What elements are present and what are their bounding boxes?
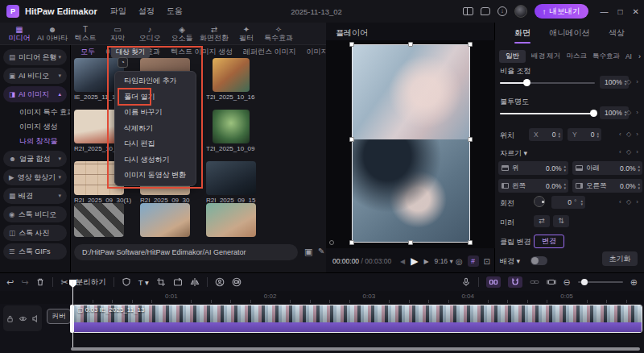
inspector-tab[interactable]: 화면 — [514, 27, 530, 44]
edit-path-icon[interactable]: ✎ — [318, 247, 324, 255]
crop-label[interactable]: 자르기 ▾ — [500, 148, 527, 159]
crop-t-field[interactable]: 위0.0%▴▾ — [498, 161, 568, 175]
close-button[interactable]: ✕ — [633, 7, 639, 16]
selection-handle[interactable] — [349, 240, 354, 245]
user-avatar[interactable] — [514, 5, 527, 18]
minimize-button[interactable]: — — [601, 7, 609, 16]
sidebar-item[interactable]: ☻ 얼굴 합성 ▾ — [3, 151, 67, 167]
inspector-subtab[interactable]: 일반 — [499, 50, 526, 63]
export-button[interactable]: ↑내보내기 — [535, 4, 588, 19]
split-button[interactable]: 분리하기 — [76, 277, 106, 288]
toolbar-tab[interactable]: ♪ 오디오 — [134, 25, 166, 43]
image-stack-icon[interactable]: ▣ — [304, 247, 312, 257]
context-menu-item[interactable]: 이름 바꾸기 — [115, 105, 196, 121]
inspector-subtab[interactable]: 배경 제거 — [531, 52, 560, 61]
layout-icon[interactable] — [463, 7, 473, 15]
inspector-tab[interactable]: 색상 — [609, 27, 625, 44]
position-x-field[interactable]: X0▴▾ — [529, 128, 563, 141]
opacity-slider[interactable] — [500, 113, 595, 114]
toolbar-tab[interactable]: ▦ 미디어 — [3, 25, 35, 43]
selection-handle[interactable] — [349, 42, 354, 47]
context-menu-item[interactable]: 삭제하기 — [115, 121, 196, 137]
toolbar-tab[interactable]: ⇄ 화면전환 — [198, 25, 230, 43]
keyframe-controls[interactable]: ‹ ◇ › — [619, 131, 640, 138]
keyframe-tool-icon[interactable] — [486, 276, 501, 288]
lock-icon[interactable] — [6, 314, 14, 323]
keyframe-controls[interactable]: ‹ ◇ › — [619, 109, 640, 116]
menu-item[interactable]: 설정 — [138, 6, 155, 17]
text-tool-icon[interactable]: T ▾ — [138, 278, 149, 287]
stepper-icon[interactable]: ▴▾ — [564, 164, 566, 172]
library-thumbnail[interactable] — [140, 203, 190, 237]
sidebar-item[interactable]: ▶ 영상 향상기 ▾ — [3, 169, 67, 185]
preview-canvas[interactable] — [326, 40, 495, 248]
previous-frame-button[interactable]: ◀ — [400, 258, 405, 265]
rotate-dial[interactable] — [534, 196, 545, 207]
stepper-icon[interactable]: ▴▾ — [597, 131, 599, 139]
inspector-subtab[interactable]: 마스크 — [566, 52, 587, 61]
toolbar-tab[interactable]: ✧ 특수효과 — [262, 25, 295, 43]
sidebar-item[interactable]: ◨ AI 이미지 ▴ — [3, 86, 67, 102]
marker-icon[interactable] — [122, 277, 131, 287]
inspector-tab[interactable]: 애니메이션 — [550, 27, 590, 44]
timeline-zoom-slider[interactable] — [578, 281, 623, 283]
zoom-out-icon[interactable]: ⊖ — [564, 277, 571, 288]
sidebar-item[interactable]: 나의 창작물 — [0, 134, 70, 148]
stepper-icon[interactable]: ▴▾ — [558, 131, 560, 139]
fullscreen-icon[interactable]: ⊡ — [484, 257, 490, 266]
rotate-value-field[interactable]: 0°▴▾ — [551, 196, 585, 209]
change-clip-button[interactable]: 변경 — [534, 235, 564, 248]
sidebar-item[interactable]: ◫ 스톡 사진 — [3, 225, 67, 241]
magnet-icon[interactable] — [508, 276, 522, 288]
background-label[interactable]: 배경 ▾ — [500, 256, 520, 267]
selection-handle[interactable] — [468, 240, 473, 245]
selection-handle[interactable] — [468, 137, 473, 142]
stepper-icon[interactable]: ▴▾ — [638, 182, 640, 189]
keyframe-controls[interactable]: ‹ ◇ › — [619, 78, 640, 85]
grid-icon[interactable]: # — [468, 255, 479, 267]
stepper-icon[interactable]: ▴▾ — [638, 164, 640, 172]
background-toggle[interactable] — [530, 256, 547, 265]
inspector-subtab[interactable]: 특수효과 — [592, 52, 620, 61]
menu-item[interactable]: 파일 — [110, 6, 126, 17]
selection-handle[interactable] — [408, 240, 413, 245]
flip-vertical-icon[interactable]: ⇅ — [553, 215, 569, 227]
position-y-field[interactable]: Y0▴▾ — [568, 128, 601, 141]
selection-handle[interactable] — [349, 137, 354, 142]
toolbar-tab[interactable]: ◈ 요소들 — [166, 25, 198, 43]
library-tab[interactable]: 레퍼런스 이미지 — [243, 47, 296, 58]
library-thumbnail[interactable] — [74, 203, 124, 237]
crop-r-field[interactable]: 오른쪽0.0%▴▾ — [572, 179, 642, 193]
download-icon[interactable]: ↓ — [497, 6, 507, 16]
output-path-field[interactable]: D:/HitPaw Software/HitPaw Edimakor/AI Ge… — [74, 244, 298, 260]
context-menu-item[interactable]: 다시 생성하기 — [115, 152, 196, 168]
link-icon[interactable] — [530, 277, 539, 287]
sidebar-item[interactable]: 이미지 특수 효과 — [0, 105, 70, 119]
delete-icon[interactable] — [35, 277, 45, 287]
selection-handle[interactable] — [408, 42, 413, 47]
scissors-icon[interactable]: ✂ — [60, 277, 68, 288]
sidebar-item[interactable]: ☰ 스톡 GIFs — [3, 243, 67, 260]
library-tab[interactable]: 텍스트 이미지 생성 — [171, 47, 233, 58]
undo-icon[interactable]: ↩ — [6, 277, 14, 288]
ripple-icon[interactable] — [547, 277, 556, 287]
eye-icon[interactable] — [19, 314, 27, 323]
preview-image[interactable] — [352, 44, 470, 243]
library-thumbnail[interactable] — [213, 110, 250, 143]
keyframe-controls[interactable]: ‹ ◇ › — [619, 198, 640, 206]
mirror-icon[interactable] — [190, 277, 200, 287]
stepper-icon[interactable]: ▴▾ — [580, 199, 583, 206]
snapshot-icon[interactable]: ◎ — [456, 257, 463, 266]
toolbar-tab[interactable]: T 텍스트 — [69, 25, 101, 43]
menu-item[interactable]: 도움 — [167, 6, 183, 17]
sidebar-item[interactable]: 이미지 생성 — [0, 119, 70, 134]
reset-button[interactable]: 초기화 — [602, 251, 638, 266]
context-menu-item[interactable]: 다시 편집 — [115, 136, 196, 152]
next-frame-button[interactable]: ▶ — [423, 258, 428, 265]
crop-l-field[interactable]: 왼쪽0.0%▴▾ — [498, 179, 568, 193]
microphone-icon[interactable] — [461, 277, 471, 287]
context-menu-item[interactable]: 이미지 동영상 변환 — [115, 168, 196, 184]
selection-handle[interactable] — [468, 42, 473, 47]
redo-icon[interactable]: ↪ — [21, 277, 28, 288]
chevron-right-icon[interactable]: › — [638, 52, 641, 60]
